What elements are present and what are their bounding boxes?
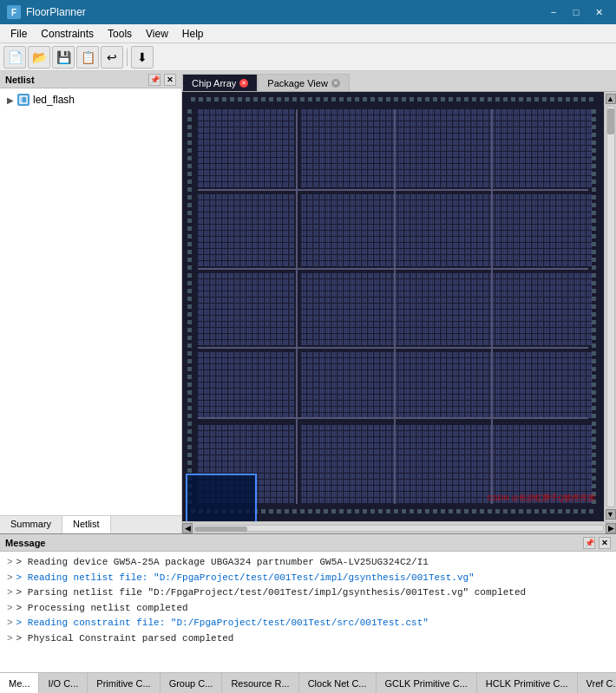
summary-tab[interactable]: Summary (0, 516, 62, 533)
message-pin-button[interactable]: 📌 (583, 537, 595, 549)
app-icon: F (7, 5, 21, 19)
toolbar: 📄 📂 💾 📋 ↩ ⬇ (0, 43, 616, 71)
save-button[interactable]: 💾 (52, 46, 75, 69)
chip-canvas-area: CSDN @长沙红胖子Q软件开发 ▲ ▼ (182, 92, 616, 521)
message-controls: 📌 ✕ (583, 537, 611, 549)
title-bar-left: F FloorPlanner (7, 5, 86, 19)
menu-file[interactable]: File (3, 26, 34, 42)
scroll-track (606, 106, 615, 507)
undo-button[interactable]: ↩ (101, 46, 123, 69)
watermark: CSDN @长沙红胖子Q软件开发 (487, 493, 595, 504)
message-content: > > Reading device GW5A-25A package UBGA… (0, 552, 616, 672)
open-button[interactable]: 📂 (28, 46, 50, 69)
scroll-left-button[interactable]: ◀ (182, 523, 193, 533)
right-panel: Chip Array ✕ Package View ✕ CSDN @长沙红胖子Q… (182, 71, 616, 533)
scroll-up-button[interactable]: ▲ (606, 94, 616, 104)
maximize-button[interactable]: □ (566, 3, 587, 21)
main-area: Netlist 📌 ✕ ▶ led_flash (0, 71, 616, 693)
menu-help[interactable]: Help (175, 26, 211, 42)
bottom-tab-resource[interactable]: Resource R... (222, 673, 298, 693)
h-scroll-thumb[interactable] (195, 526, 247, 532)
netlist-tab[interactable]: Netlist (62, 516, 111, 533)
vertical-scrollbar[interactable]: ▲ ▼ (604, 92, 616, 521)
bottom-tab-me[interactable]: Me... (0, 673, 39, 693)
title-bar: F FloorPlanner − □ ✕ (0, 0, 616, 24)
package-view-close[interactable]: ✕ (331, 79, 340, 88)
bottom-tab-primitive[interactable]: Primitive C... (88, 673, 160, 693)
bottom-tab-group[interactable]: Group C... (161, 673, 223, 693)
menu-tools[interactable]: Tools (101, 26, 139, 42)
bottom-tab-clock[interactable]: Clock Net C... (299, 673, 377, 693)
bottom-tab-io[interactable]: I/O C... (39, 673, 88, 693)
new-button[interactable]: 📄 (3, 46, 26, 69)
left-panel-tabs: Summary Netlist (0, 515, 181, 533)
netlist-tree: ▶ led_flash (0, 88, 181, 515)
bottom-tab-gclk[interactable]: GCLK Primitive C... (377, 673, 477, 693)
package-view-label: Package View (267, 78, 328, 88)
h-scroll-track (194, 525, 604, 532)
minimize-button[interactable]: − (543, 3, 564, 21)
message-title: Message (5, 538, 45, 548)
message-header: Message 📌 ✕ (0, 534, 616, 552)
content-area: Netlist 📌 ✕ ▶ led_flash (0, 71, 616, 533)
message-close-button[interactable]: ✕ (599, 537, 611, 549)
selection-region (186, 474, 257, 521)
message-line-6: > > Physical Constraint parsed completed (7, 631, 609, 647)
scroll-right-button[interactable]: ▶ (606, 523, 616, 533)
bottom-tabs: Me... I/O C... Primitive C... Group C...… (0, 672, 616, 693)
menu-constraints[interactable]: Constraints (34, 26, 101, 42)
message-panel: Message 📌 ✕ > > Reading device GW5A-25A … (0, 533, 616, 672)
export-button[interactable]: 📋 (76, 46, 99, 69)
menu-view[interactable]: View (139, 26, 175, 42)
message-line-1: > > Reading device GW5A-25A package UBGA… (7, 555, 609, 571)
app-title: FloorPlanner (26, 6, 86, 18)
netlist-panel-header: Netlist 📌 ✕ (0, 71, 181, 88)
netlist-title: Netlist (5, 75, 35, 85)
close-button[interactable]: ✕ (588, 3, 609, 21)
chip-array-close[interactable]: ✕ (239, 79, 248, 88)
tree-item-led-flash[interactable]: ▶ led_flash (3, 92, 178, 108)
menu-bar: File Constraints Tools View Help (0, 24, 616, 43)
scroll-down-button[interactable]: ▼ (606, 509, 616, 520)
close-panel-button[interactable]: ✕ (164, 74, 176, 86)
message-line-5: > > Reading constraint file: "D:/FpgaPro… (7, 616, 609, 631)
pin-button[interactable]: 📌 (148, 74, 161, 86)
scroll-thumb[interactable] (607, 108, 614, 134)
message-line-4: > > Processing netlist completed (7, 601, 609, 617)
tree-item-label: led_flash (33, 94, 75, 106)
tree-arrow-icon: ▶ (7, 95, 14, 105)
message-line-3: > > Parsing netlist file "D:/FpgaProject… (7, 585, 609, 601)
chip-array-label: Chip Array (192, 78, 236, 88)
package-view-tab[interactable]: Package View ✕ (258, 74, 350, 91)
left-panel: Netlist 📌 ✕ ▶ led_flash (0, 71, 182, 533)
bottom-tab-vref[interactable]: Vref C... (578, 673, 616, 693)
chip-array-tab[interactable]: Chip Array ✕ (182, 74, 258, 91)
panel-controls: 📌 ✕ (148, 74, 176, 86)
window-controls: − □ ✕ (543, 3, 609, 21)
horizontal-scrollbar[interactable]: ◀ ▶ (182, 521, 616, 533)
chip-tabs: Chip Array ✕ Package View ✕ (182, 71, 616, 92)
toolbar-separator (127, 49, 128, 66)
bottom-tab-hclk[interactable]: HCLK Primitive C... (477, 673, 578, 693)
chip-canvas[interactable]: CSDN @长沙红胖子Q软件开发 (182, 92, 604, 521)
module-icon (17, 94, 29, 106)
message-line-2: > > Reading netlist file: "D:/FpgaProjec… (7, 571, 609, 586)
svg-rect-0 (20, 96, 27, 103)
download-button[interactable]: ⬇ (131, 46, 154, 69)
